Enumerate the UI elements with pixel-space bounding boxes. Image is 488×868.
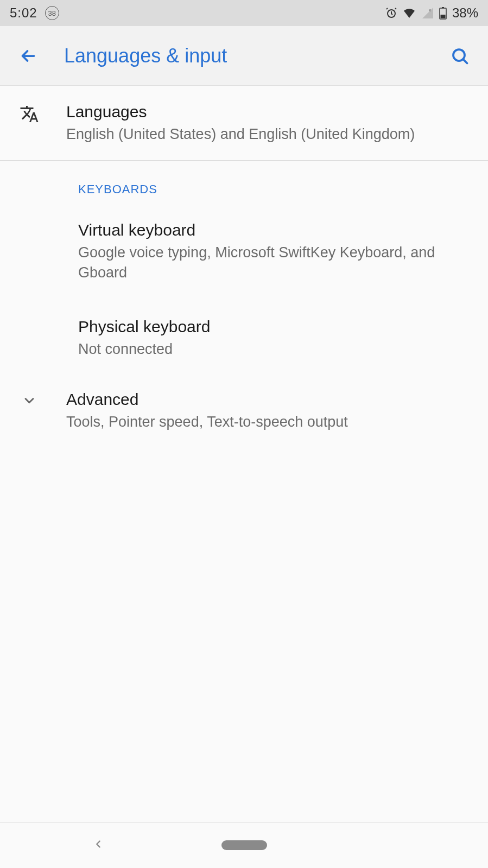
svg-text:x: x	[429, 8, 431, 12]
virtual-keyboard-title: Virtual keyboard	[78, 219, 470, 240]
status-right: x 38%	[385, 5, 478, 21]
battery-percentage: 38%	[452, 5, 478, 21]
nav-home-pill[interactable]	[221, 840, 267, 850]
status-left: 5:02 38	[10, 5, 59, 21]
virtual-keyboard-item[interactable]: Virtual keyboard Google voice typing, Mi…	[0, 206, 488, 297]
nav-back-button[interactable]	[92, 838, 104, 852]
content: Languages English (United States) and En…	[0, 86, 488, 454]
page-title: Languages & input	[64, 45, 424, 67]
languages-subtitle: English (United States) and English (Uni…	[66, 124, 470, 144]
app-bar: Languages & input	[0, 26, 488, 86]
languages-item[interactable]: Languages English (United States) and En…	[0, 86, 488, 160]
navigation-bar	[0, 822, 488, 868]
advanced-title: Advanced	[66, 389, 470, 410]
search-button[interactable]	[450, 46, 470, 66]
translate-icon	[18, 101, 40, 124]
svg-rect-3	[442, 7, 444, 8]
alarm-icon	[385, 7, 398, 20]
virtual-keyboard-subtitle: Google voice typing, Microsoft SwiftKey …	[78, 243, 470, 282]
physical-keyboard-item[interactable]: Physical keyboard Not connected	[0, 297, 488, 374]
battery-icon	[439, 7, 447, 20]
svg-rect-4	[440, 15, 445, 18]
physical-keyboard-subtitle: Not connected	[78, 339, 470, 359]
section-keyboards: KEYBOARDS	[0, 161, 488, 206]
physical-keyboard-title: Physical keyboard	[78, 316, 470, 337]
cell-signal-icon: x	[421, 7, 435, 20]
status-notification-badge: 38	[45, 6, 59, 20]
back-button[interactable]	[18, 46, 38, 66]
languages-title: Languages	[66, 101, 470, 122]
wifi-icon	[402, 7, 416, 20]
advanced-item[interactable]: Advanced Tools, Pointer speed, Text-to-s…	[0, 375, 488, 446]
status-bar: 5:02 38 x 38%	[0, 0, 488, 26]
status-time: 5:02	[10, 5, 37, 21]
advanced-subtitle: Tools, Pointer speed, Text-to-speech out…	[66, 412, 470, 432]
chevron-down-icon	[18, 389, 40, 408]
